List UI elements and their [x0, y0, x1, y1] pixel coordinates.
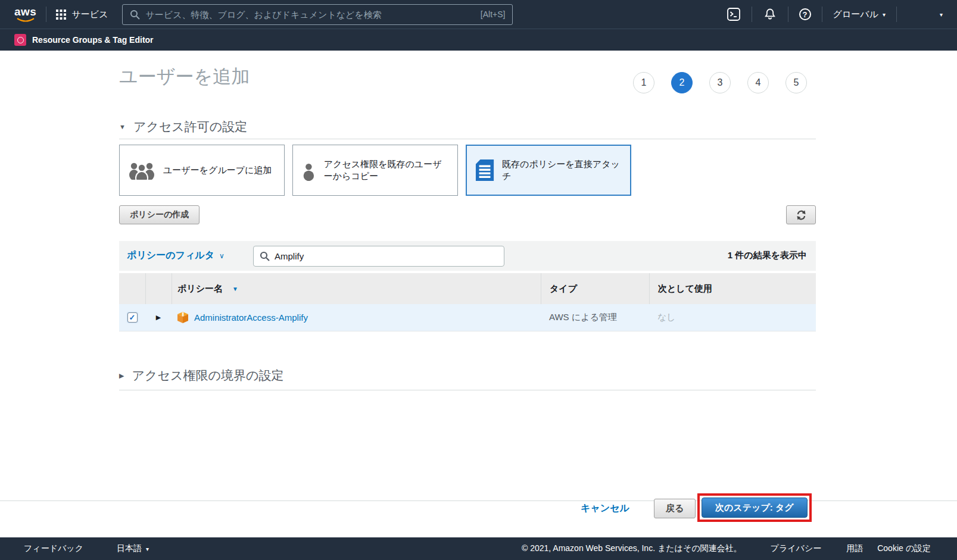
header-expand-column	[145, 273, 172, 304]
language-selector[interactable]: 日本語 ▾	[117, 543, 149, 554]
card-attach-existing-policies[interactable]: 既存のポリシーを直接アタッチ	[466, 145, 631, 196]
policy-filter-dropdown[interactable]: ポリシーのフィルタ ∨	[127, 249, 225, 262]
top-navigation-bar: aws サービス [Alt+S]	[0, 0, 957, 29]
nav-right-group: ? グローバル ▾ ▾	[727, 7, 943, 22]
search-shortcut-hint: [Alt+S]	[481, 10, 506, 19]
row-expand-cell: ▶	[145, 304, 172, 331]
check-icon: ✓	[129, 313, 136, 322]
collapse-arrow-icon: ▼	[119, 123, 126, 130]
service-title[interactable]: Resource Groups & Tag Editor	[32, 35, 154, 45]
back-button[interactable]: 戻る	[654, 499, 696, 518]
divider	[46, 7, 46, 22]
boundary-section-title: アクセス権限の境界の設定	[132, 367, 283, 384]
policy-used-as-text: なし	[657, 312, 676, 323]
service-breadcrumb-bar: Resource Groups & Tag Editor	[0, 29, 957, 51]
step-5[interactable]: 5	[785, 72, 807, 93]
refresh-icon	[796, 209, 807, 221]
footer-bar: フィードバック 日本語 ▾ © 2021, Amazon Web Service…	[0, 537, 957, 560]
privacy-link[interactable]: プライバシー	[771, 543, 822, 554]
annotation-highlight-box: 次のステップ: タグ	[697, 493, 812, 522]
row-name-cell: AdministratorAccess-Amplify	[172, 304, 541, 331]
account-menu[interactable]: ▾	[940, 11, 943, 18]
terms-link[interactable]: 用語	[846, 543, 863, 554]
card-label: 既存のポリシーを直接アタッチ	[502, 158, 622, 183]
row-used-as-cell: なし	[649, 304, 816, 331]
policy-filter-bar: ポリシーのフィルタ ∨ 1 件の結果を表示中	[119, 241, 816, 271]
services-menu-button[interactable]: サービス	[56, 9, 108, 20]
search-icon	[130, 10, 140, 20]
grid-icon	[56, 10, 66, 20]
column-policy-name[interactable]: ポリシー名 ▼	[172, 273, 541, 304]
divider	[788, 7, 788, 22]
boundary-section-header[interactable]: ▶ アクセス権限の境界の設定	[119, 367, 283, 384]
expand-row-icon[interactable]: ▶	[156, 314, 161, 321]
search-icon	[260, 251, 270, 261]
bell-icon	[763, 7, 777, 21]
refresh-button[interactable]	[786, 205, 816, 224]
permissions-section-title: アクセス許可の設定	[133, 118, 247, 135]
language-label: 日本語	[117, 543, 142, 554]
permission-option-cards: ユーザーをグループに追加 アクセス権限を既存のユーザーからコピー 既存のポリシー…	[119, 145, 631, 196]
chevron-down-icon: ▾	[883, 11, 886, 18]
cookie-settings-link[interactable]: Cookie の設定	[877, 543, 931, 554]
single-user-icon	[301, 159, 316, 181]
divider	[0, 500, 957, 501]
feedback-link[interactable]: フィードバック	[24, 543, 83, 554]
column-label: ポリシー名	[177, 283, 223, 295]
chevron-down-icon: ▾	[940, 11, 943, 18]
card-add-user-to-group[interactable]: ユーザーをグループに追加	[119, 145, 285, 196]
results-count-text: 1 件の結果を表示中	[728, 250, 807, 261]
policy-table-header: ポリシー名 ▼ タイプ 次として使用	[119, 273, 816, 304]
divider	[896, 7, 897, 22]
permissions-section-header[interactable]: ▼ アクセス許可の設定	[119, 118, 247, 135]
next-step-tags-button[interactable]: 次のステップ: タグ	[702, 498, 808, 518]
user-group-icon	[128, 161, 155, 180]
cloudshell-button[interactable]	[727, 7, 741, 21]
services-label: サービス	[71, 9, 108, 20]
column-label: 次として使用	[658, 283, 712, 295]
resource-groups-icon	[14, 34, 26, 46]
policy-document-icon	[475, 158, 494, 182]
step-4[interactable]: 4	[747, 72, 769, 93]
create-policy-button[interactable]: ポリシーの作成	[119, 205, 199, 224]
help-button[interactable]: ?	[799, 8, 811, 20]
sort-descending-icon: ▼	[232, 286, 238, 292]
divider	[822, 7, 822, 22]
global-search-box[interactable]: [Alt+S]	[122, 4, 513, 25]
region-selector[interactable]: グローバル ▾	[833, 9, 886, 20]
global-search-input[interactable]	[145, 10, 475, 20]
divider	[119, 390, 816, 390]
aws-smile-icon	[16, 17, 35, 23]
copyright-text: © 2021, Amazon Web Services, Inc. またはその関…	[522, 543, 742, 554]
cloudshell-terminal-icon	[727, 7, 741, 21]
column-label: タイプ	[550, 283, 577, 295]
footer-right-group: © 2021, Amazon Web Services, Inc. またはその関…	[522, 543, 931, 554]
divider	[752, 7, 752, 22]
step-2-active[interactable]: 2	[671, 72, 693, 93]
policy-search-input[interactable]	[275, 251, 498, 261]
policy-type-text: AWS による管理	[549, 312, 617, 323]
cancel-link[interactable]: キャンセル	[581, 502, 629, 515]
wizard-step-indicator: 1 2 3 4 5	[633, 72, 807, 93]
aws-logo-text: aws	[14, 6, 36, 17]
notifications-button[interactable]	[763, 7, 777, 21]
column-used-as[interactable]: 次として使用	[649, 273, 816, 304]
card-copy-permissions[interactable]: アクセス権限を既存のユーザーからコピー	[292, 145, 458, 196]
card-label: アクセス権限を既存のユーザーからコピー	[324, 158, 449, 183]
row-type-cell: AWS による管理	[541, 304, 649, 331]
row-checkbox-checked[interactable]: ✓	[127, 312, 138, 323]
policy-table-row[interactable]: ✓ ▶ AdministratorAccess-Amplify AWS による管…	[119, 304, 816, 331]
aws-logo[interactable]: aws	[14, 6, 36, 23]
policy-filter-label: ポリシーのフィルタ	[127, 249, 214, 262]
policy-search-box[interactable]	[253, 246, 504, 267]
step-1[interactable]: 1	[633, 72, 654, 93]
header-checkbox-column	[119, 273, 145, 304]
page-title: ユーザーを追加	[119, 64, 250, 89]
row-checkbox-cell: ✓	[119, 304, 145, 331]
expand-arrow-icon: ▶	[119, 372, 124, 380]
region-label: グローバル	[833, 9, 878, 20]
step-3[interactable]: 3	[709, 72, 731, 93]
chevron-down-icon: ▾	[146, 546, 149, 552]
column-type[interactable]: タイプ	[541, 273, 649, 304]
policy-name-link[interactable]: AdministratorAccess-Amplify	[194, 312, 308, 323]
